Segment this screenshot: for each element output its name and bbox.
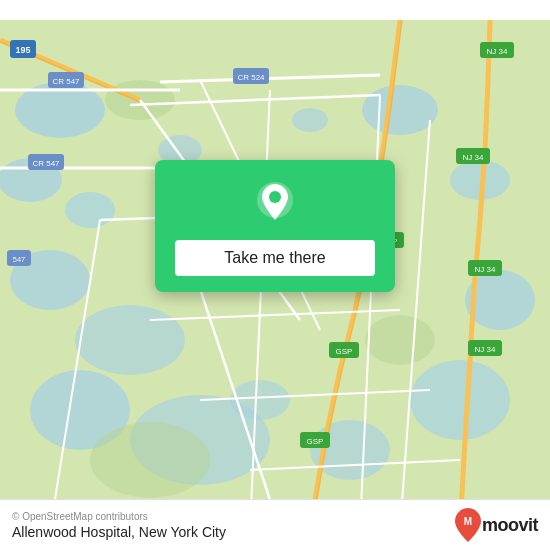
osm-credit: © OpenStreetMap contributors <box>12 511 226 522</box>
svg-text:GSP: GSP <box>336 347 353 356</box>
svg-text:M: M <box>464 516 472 527</box>
svg-point-11 <box>410 360 510 440</box>
svg-text:CR 524: CR 524 <box>237 73 265 82</box>
bottom-left-info: © OpenStreetMap contributors Allenwood H… <box>12 511 226 540</box>
take-me-there-card: Take me there <box>155 160 395 292</box>
svg-text:NJ 34: NJ 34 <box>463 153 484 162</box>
svg-point-8 <box>362 85 438 135</box>
svg-point-3 <box>65 192 115 228</box>
svg-text:NJ 34: NJ 34 <box>487 47 508 56</box>
svg-point-5 <box>75 305 185 375</box>
svg-point-63 <box>269 191 281 203</box>
map-container: 195 CR 547 CR 524 NJ 34 CR 547 NJ 34 GSP… <box>0 0 550 550</box>
bottom-bar: © OpenStreetMap contributors Allenwood H… <box>0 499 550 550</box>
svg-text:547: 547 <box>13 255 26 264</box>
svg-text:CR 547: CR 547 <box>52 77 80 86</box>
svg-point-19 <box>90 422 210 498</box>
take-me-there-button[interactable]: Take me there <box>175 240 375 276</box>
svg-point-13 <box>230 380 290 420</box>
location-pin-icon <box>249 178 301 230</box>
svg-point-20 <box>365 315 435 365</box>
moovit-brand-text: moovit <box>482 515 538 536</box>
svg-point-15 <box>292 108 328 132</box>
moovit-logo: M moovit <box>454 508 538 542</box>
svg-text:195: 195 <box>15 45 30 55</box>
location-label: Allenwood Hospital, New York City <box>12 524 226 540</box>
svg-text:GSP: GSP <box>307 437 324 446</box>
svg-text:NJ 34: NJ 34 <box>475 345 496 354</box>
svg-text:CR 547: CR 547 <box>32 159 60 168</box>
moovit-pin-icon: M <box>454 508 482 542</box>
svg-text:NJ 34: NJ 34 <box>475 265 496 274</box>
